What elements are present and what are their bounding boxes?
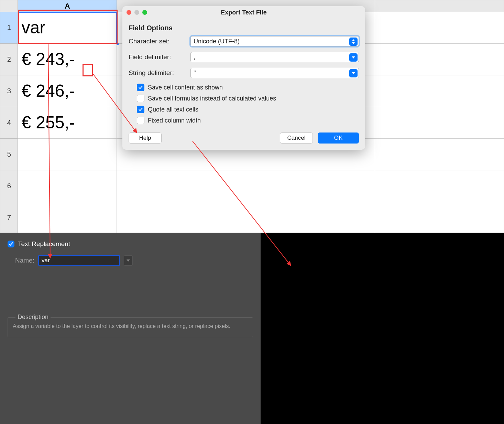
dialog-titlebar[interactable]: Export Text File	[122, 6, 365, 19]
label-fixed-width: Fixed column width	[148, 117, 201, 124]
string-delim-label: String delimiter:	[129, 69, 190, 77]
cell-A5[interactable]	[18, 139, 117, 170]
name-input[interactable]	[39, 255, 120, 266]
name-label: Name:	[15, 257, 34, 264]
row-header-5[interactable]: 5	[0, 139, 18, 170]
help-button[interactable]: Help	[129, 132, 162, 144]
cell-B7[interactable]	[117, 202, 375, 234]
row-header-2[interactable]: 2	[0, 44, 18, 75]
chevron-down-icon	[349, 53, 358, 62]
cell-A6[interactable]	[18, 170, 117, 202]
cell-B6[interactable]	[117, 170, 375, 202]
cancel-button[interactable]: Cancel	[280, 132, 313, 144]
section-field-options: Field Options	[129, 24, 359, 32]
lower-area: Text Replacement Name: Description Assig…	[0, 233, 504, 424]
string-delim-value: "	[194, 70, 196, 77]
cell-C6[interactable]	[375, 170, 504, 202]
checkbox-save-as-shown[interactable]	[137, 84, 144, 91]
row-header-4[interactable]: 4	[0, 107, 18, 139]
cell-C3[interactable]	[375, 75, 504, 107]
row-header-7[interactable]: 7	[0, 202, 18, 234]
label-save-as-shown: Save cell content as shown	[148, 84, 223, 91]
dialog-title: Export Text File	[122, 9, 365, 16]
sheet-corner[interactable]	[0, 0, 18, 12]
charset-label: Character set:	[129, 38, 190, 45]
name-dropdown[interactable]	[124, 255, 133, 266]
field-delim-value: ,	[194, 54, 195, 61]
export-dialog: Export Text File Field Options Character…	[122, 6, 365, 150]
cell-A1[interactable]: var	[18, 12, 117, 44]
cell-A3[interactable]: € 246,-	[18, 75, 117, 107]
cell-C1[interactable]	[375, 12, 504, 44]
checkbox-text-replacement[interactable]	[8, 241, 14, 247]
field-delim-dropdown[interactable]: ,	[190, 52, 359, 62]
cell-A4[interactable]: € 255,-	[18, 107, 117, 139]
description-title: Description	[15, 314, 51, 321]
cell-C4[interactable]	[375, 107, 504, 139]
cell-C7[interactable]	[375, 202, 504, 234]
col-header-A[interactable]: A	[18, 0, 117, 12]
row-header-1[interactable]: 1	[0, 12, 18, 44]
cell-A7[interactable]	[18, 202, 117, 234]
string-delim-dropdown[interactable]: "	[190, 68, 359, 78]
charset-value: Unicode (UTF-8)	[194, 38, 240, 45]
row-header-6[interactable]: 6	[0, 170, 18, 202]
col-header-C[interactable]	[375, 0, 504, 12]
dropdown-arrows-icon	[349, 38, 358, 46]
checkbox-quote-all[interactable]	[137, 106, 144, 113]
cell-A2[interactable]: € 243,-	[18, 44, 117, 75]
description-box: Description Assign a variable to the lay…	[8, 317, 253, 337]
inspector-panel: Text Replacement Name: Description Assig…	[0, 233, 261, 424]
cell-C2[interactable]	[375, 44, 504, 75]
charset-dropdown[interactable]: Unicode (UTF-8)	[190, 36, 359, 46]
checkbox-save-formulas[interactable]	[137, 95, 144, 102]
label-text-replacement: Text Replacement	[18, 240, 70, 248]
field-delim-label: Field delimiter:	[129, 53, 190, 61]
label-save-formulas: Save cell formulas instead of calculated…	[148, 95, 276, 102]
row-header-3[interactable]: 3	[0, 75, 18, 107]
selection-handle[interactable]	[116, 43, 119, 45]
label-quote-all: Quote all text cells	[148, 106, 198, 113]
description-text: Assign a variable to the layer to contro…	[13, 322, 248, 330]
checkbox-fixed-width[interactable]	[137, 117, 144, 124]
ok-button[interactable]: OK	[318, 132, 359, 144]
cell-C5[interactable]	[375, 139, 504, 170]
chevron-down-icon	[349, 69, 358, 77]
